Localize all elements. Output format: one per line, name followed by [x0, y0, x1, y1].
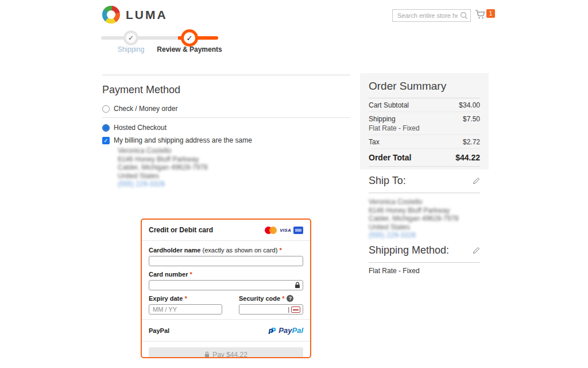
lock-icon — [204, 351, 210, 358]
row-label: Cart Subtotal — [369, 101, 409, 109]
cvv-card-icon — [291, 306, 300, 313]
summary-row-shipping: Shipping Flat Rate - Fixed $7.50 — [369, 112, 480, 135]
search-icon[interactable] — [460, 12, 468, 20]
progress-track-complete — [101, 36, 179, 40]
cart-count-badge[interactable]: 1 — [486, 9, 495, 18]
required-asterisk: * — [190, 271, 192, 278]
billing-address-block: Veronica Costello 6146 Honey Bluff Parkw… — [118, 147, 208, 189]
step-label-shipping[interactable]: Shipping — [108, 45, 154, 53]
row-label: Shipping Flat Rate - Fixed — [369, 115, 420, 132]
card-number-input[interactable] — [149, 280, 303, 290]
address-line: United States — [369, 223, 459, 232]
method-divider — [102, 117, 350, 118]
step-shipping-check-icon[interactable]: ✓ — [123, 30, 138, 45]
card-fields: Cardholder name (exactly as shown on car… — [142, 241, 310, 319]
ship-to-address-block: Veronica Costello 6146 Honey Bluff Parkw… — [369, 198, 459, 240]
paypal-mark-front: P — [268, 327, 273, 336]
shipping-label: Shipping — [369, 115, 396, 123]
summary-row-tax: Tax $2.72 — [369, 135, 480, 149]
lock-icon — [295, 282, 300, 289]
top-divider — [102, 75, 350, 75]
card-number-label-bold: Card number — [149, 271, 188, 278]
shipping-method-header: Shipping Method: — [369, 244, 480, 263]
billing-same-checkbox-row[interactable]: ✓ My billing and shipping address are th… — [102, 136, 252, 144]
cardholder-name-input[interactable] — [149, 256, 303, 266]
edit-address-button[interactable] — [473, 177, 480, 185]
cardholder-label: Cardholder name (exactly as shown on car… — [149, 247, 303, 254]
payment-option-label: Check / Money order — [114, 105, 177, 113]
mastercard-icon — [265, 227, 277, 234]
pay-button-area: Pay $44.22 — [142, 342, 310, 358]
address-line: Calder, Michigan 49628-7978 — [118, 163, 208, 172]
order-total-value: $44.22 — [455, 153, 480, 162]
phone-link[interactable]: (555) 229-3326 — [118, 180, 208, 189]
paypal-mark-icon: P P — [268, 326, 277, 335]
radio-checked-icon[interactable] — [102, 124, 110, 132]
required-asterisk: * — [282, 295, 284, 302]
logo-text: LUMA — [126, 8, 168, 22]
cardholder-label-note: (exactly as shown on card) — [200, 247, 279, 254]
card-number-label: Card number * — [149, 271, 303, 278]
card-form-header: Credit or Debit card VISA — [142, 220, 310, 241]
search-box — [392, 9, 471, 22]
cardholder-label-bold: Cardholder name — [149, 247, 200, 254]
billing-same-label: My billing and shipping address are the … — [114, 136, 252, 144]
expiry-date-input[interactable] — [149, 304, 222, 315]
row-value: $34.00 — [459, 101, 480, 109]
card-brand-icons: VISA — [265, 227, 303, 234]
radio-unchecked-icon[interactable] — [102, 105, 110, 113]
paypal-label: PayPal — [149, 327, 169, 334]
paypal-option-row[interactable]: PayPal P P PayPal — [142, 319, 310, 342]
step-label-review-payments: Review & Payments — [152, 45, 227, 53]
step-review-check-icon: ✓ — [181, 29, 198, 47]
edit-shipping-method-button[interactable] — [473, 247, 480, 254]
payment-option-label: Hosted Checkout — [114, 124, 167, 132]
shipping-method-sub: Flat Rate - Fixed — [369, 124, 420, 132]
checkbox-checked-icon[interactable]: ✓ — [102, 137, 110, 144]
address-line: Veronica Costello — [118, 147, 208, 155]
payment-method-title: Payment Method — [102, 84, 180, 96]
luma-logo-icon — [102, 6, 120, 24]
required-asterisk: * — [184, 295, 187, 302]
cart-icon — [474, 8, 486, 20]
address-line: 6146 Honey Bluff Parkway — [118, 155, 208, 164]
address-line: 6146 Honey Bluff Parkway — [369, 206, 459, 215]
text-cursor: | — [288, 306, 289, 313]
pay-button[interactable]: Pay $44.22 — [149, 347, 303, 358]
paypal-word-pal: Pal — [292, 326, 303, 335]
shipping-method-title: Shipping Method: — [369, 244, 449, 256]
amex-icon — [293, 227, 303, 234]
address-line: Calder, Michigan 49628-7978 — [369, 214, 459, 223]
expiry-label-bold: Expiry date — [149, 295, 183, 302]
row-value: $7.50 — [463, 115, 480, 132]
paypal-word-pay: Pay — [278, 326, 292, 335]
phone-link[interactable]: (555) 229-3326 — [369, 231, 459, 240]
card-form-title: Credit or Debit card — [149, 226, 213, 234]
order-total-row: Order Total $44.22 — [369, 149, 480, 167]
security-code-label: Security code * ? — [239, 295, 303, 302]
pay-button-label: Pay $44.22 — [212, 351, 247, 359]
order-summary-panel: Order Summary Cart Subtotal $34.00 Shipp… — [360, 73, 489, 170]
items-in-cart-toggle[interactable]: 1 Item in Cart — [369, 167, 480, 170]
paypal-wordmark: PayPal — [278, 326, 303, 335]
required-asterisk: * — [279, 247, 281, 254]
pencil-icon — [473, 247, 480, 254]
search-input[interactable] — [392, 9, 471, 22]
hosted-payment-card-form: Credit or Debit card VISA Cardholder nam… — [141, 218, 311, 358]
summary-row-subtotal: Cart Subtotal $34.00 — [369, 98, 480, 112]
expiry-label: Expiry date * — [149, 295, 222, 302]
order-summary-title: Order Summary — [369, 80, 480, 98]
payment-option-hosted-checkout[interactable]: Hosted Checkout — [102, 124, 167, 132]
address-line: Veronica Costello — [369, 198, 459, 206]
minicart-button[interactable]: 1 — [474, 8, 495, 23]
ship-to-title: Ship To: — [369, 175, 406, 187]
pencil-icon — [473, 177, 480, 185]
payment-option-check-money[interactable]: Check / Money order — [102, 105, 177, 113]
row-value: $2.72 — [463, 138, 480, 146]
luma-logo[interactable]: LUMA — [102, 6, 168, 24]
security-label-bold: Security code — [239, 295, 280, 302]
row-label: Tax — [369, 138, 380, 146]
help-icon[interactable]: ? — [287, 295, 293, 302]
order-total-label: Order Total — [369, 153, 411, 162]
checkout-page: LUMA 1 ✓ ✓ Shipping Review & Payments Pa… — [0, 0, 588, 368]
